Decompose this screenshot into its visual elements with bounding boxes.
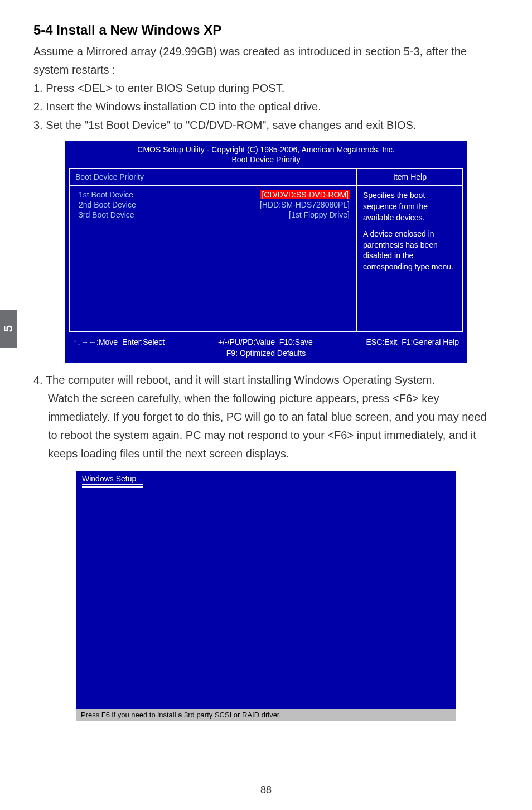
- windows-setup-screenshot: Windows Setup Press F6 if you need to in…: [76, 471, 456, 721]
- bios-screenshot: CMOS Setup Utility - Copyright (C) 1985-…: [65, 141, 467, 363]
- bios-footer: ↑↓→←:Move Enter:Select +/-/PU/PD:Value F…: [66, 334, 466, 361]
- step-3: 3. Set the "1st Boot Device" to "CD/DVD-…: [33, 116, 499, 134]
- boot-device-2-value: [HDD:SM-HDS728080PL]: [260, 200, 350, 209]
- intro-text: Assume a Mirrored array (249.99GB) was c…: [33, 42, 499, 79]
- bios-body-left: 1st Boot Device 2nd Boot Device 3rd Boot…: [70, 186, 356, 331]
- bios-title: CMOS Setup Utility - Copyright (C) 1985-…: [66, 142, 466, 166]
- bios-header: Boot Device Priority Item Help: [70, 169, 462, 186]
- chapter-number: 5: [1, 325, 16, 332]
- bios-header-left: Boot Device Priority: [70, 169, 356, 185]
- bios-key-help: F1:General Help: [402, 338, 459, 346]
- bios-header-right: Item Help: [356, 169, 462, 185]
- setup-underline: [82, 484, 143, 485]
- step-2: 2. Insert the Windows installation CD in…: [33, 98, 499, 116]
- bios-key-value: +/-/PU/PD:Value: [218, 338, 275, 346]
- windows-setup-title: Windows Setup: [82, 474, 450, 484]
- windows-setup-footer: Press F6 if you need to install a 3rd pa…: [76, 709, 456, 721]
- step-4-continued: Watch the screen carefully, when the fol…: [33, 389, 499, 463]
- boot-device-1-value: [CD/DVD:SS-DVD-ROM]: [260, 190, 350, 199]
- bios-help-text-1: Specifies the boot sequence from the ava…: [363, 190, 457, 223]
- boot-device-3-value: [1st Floppy Drive]: [260, 210, 350, 219]
- section-heading: 5-4 Install a New Windows XP: [33, 22, 499, 38]
- step-4: 4. The computer will reboot, and it will…: [33, 371, 499, 389]
- bios-help-text-2: A device enclosed in parenthesis has bee…: [363, 229, 457, 272]
- bios-device-values: [CD/DVD:SS-DVD-ROM] [HDD:SM-HDS728080PL]…: [260, 190, 351, 326]
- bios-key-save: F10:Save: [279, 338, 313, 346]
- bios-body: 1st Boot Device 2nd Boot Device 3rd Boot…: [70, 186, 462, 331]
- bios-key-enter: Enter:Select: [122, 338, 165, 346]
- step-1: 1. Press <DEL> to enter BIOS Setup durin…: [33, 79, 499, 98]
- chapter-tab: 5: [0, 310, 17, 348]
- bios-key-move: ↑↓→←:Move: [73, 338, 118, 346]
- page-content: 5-4 Install a New Windows XP Assume a Mi…: [0, 0, 532, 732]
- bios-frame: Boot Device Priority Item Help 1st Boot …: [69, 168, 463, 332]
- setup-underline-2: [82, 486, 143, 488]
- bios-key-defaults: F9: Optimized Defaults: [71, 348, 461, 359]
- bios-title-line1: CMOS Setup Utility - Copyright (C) 1985-…: [70, 144, 462, 155]
- boot-device-2-label: 2nd Boot Device: [79, 200, 136, 209]
- boot-device-1-label: 1st Boot Device: [79, 190, 136, 199]
- bios-title-line2: Boot Device Priority: [70, 155, 462, 165]
- bios-help-panel: Specifies the boot sequence from the ava…: [356, 186, 462, 331]
- bios-key-esc: ESC:Exit: [366, 338, 397, 346]
- page-number: 88: [0, 784, 532, 796]
- bios-device-labels: 1st Boot Device 2nd Boot Device 3rd Boot…: [75, 190, 136, 326]
- boot-device-3-label: 3rd Boot Device: [79, 210, 136, 219]
